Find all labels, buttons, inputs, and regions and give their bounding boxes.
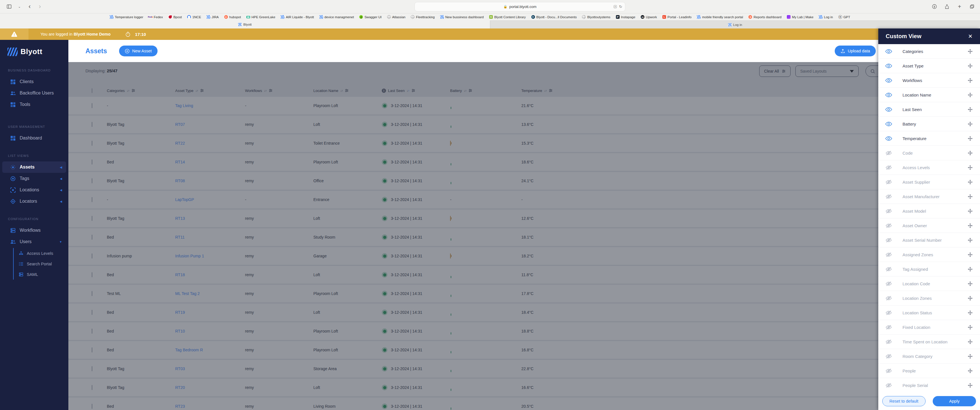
sidebar-item-locations[interactable]: Locations◀ [2,184,66,195]
column-filter-icon[interactable] [411,89,415,92]
bookmark-item[interactable]: HPE GreenLake [247,15,275,19]
move-handle-icon[interactable] [967,266,973,272]
apply-button[interactable]: Apply [933,396,976,406]
table-row[interactable]: Blyott TagRT20remyLoft3-12-2024 | 14:311… [68,379,980,396]
sidebar-item-locators[interactable]: Locators◀ [2,195,66,207]
row-checkbox[interactable] [92,235,92,240]
move-handle-icon[interactable] [967,252,973,257]
move-handle-icon[interactable] [967,78,973,83]
row-checkbox[interactable] [92,347,92,353]
move-handle-icon[interactable] [967,382,973,388]
tab-overview-icon[interactable] [969,4,975,10]
bookmark-item[interactable]: Bpost [169,15,182,19]
move-handle-icon[interactable] [967,121,973,127]
sidebar-subitem-access-levels[interactable]: Access Levels [14,248,68,259]
eye-off-icon[interactable] [885,309,892,316]
address-bar[interactable]: 🔒 portal.blyott.com A ↻ [415,2,625,11]
move-handle-icon[interactable] [967,135,973,141]
close-icon[interactable]: ✕ [968,33,973,40]
sort-icon[interactable]: ↓↑ [464,89,466,92]
eye-off-icon[interactable] [885,265,892,273]
move-handle-icon[interactable] [967,368,973,374]
table-row[interactable]: BedRT10remyPlayroom Loft3-12-2024 | 14:3… [68,322,980,340]
app-logo[interactable]: Blyott [0,40,68,56]
row-checkbox[interactable] [92,216,92,221]
bookmark-item[interactable]: DBlyott - Docu...ll Documents [531,15,577,19]
column-header-workflows[interactable]: Workflows↓↑ [245,89,313,93]
table-row[interactable]: BedRT14remyPlayroom Loft3-12-2024 | 14:3… [68,153,980,171]
eye-off-icon[interactable] [885,164,892,171]
reset-to-default-button[interactable]: Reset to default [882,396,926,406]
asset-type-link[interactable]: LapTopGP [175,197,194,202]
move-handle-icon[interactable] [967,281,973,287]
bookmark-item[interactable]: SBlyott Content Library [489,15,526,19]
asset-type-link[interactable]: RT08 [175,178,185,183]
sort-icon[interactable]: ↓↑ [544,89,547,92]
sidebar-item-tags[interactable]: Tags◀ [2,173,66,184]
bookmark-item[interactable]: IPInstapage [616,15,636,19]
clear-all-button[interactable]: Clear All [759,65,791,77]
table-row[interactable]: BedRT23remyLiving Room3-12-2024 | 14:312… [68,397,980,410]
translate-icon[interactable]: A [614,5,617,8]
sidebar-item-tools[interactable]: Tools [2,99,66,110]
table-row[interactable]: BedTag Bedroom RremyPlayroom Loft3-12-20… [68,341,980,359]
reload-icon[interactable]: ↻ [619,5,622,9]
eye-off-icon[interactable] [885,251,892,258]
browser-tab[interactable]: Log in [490,21,980,29]
asset-type-link[interactable]: RT10 [175,329,185,334]
row-checkbox[interactable] [92,122,92,127]
bookmark-item[interactable]: {}Swagger UI [359,15,382,19]
move-handle-icon[interactable] [967,63,973,69]
bookmark-item[interactable]: Log in [819,15,833,19]
column-filter-icon[interactable] [468,89,473,92]
eye-icon[interactable] [885,48,892,55]
sidebar-item-backoffice-users[interactable]: Backoffice Users [2,87,66,99]
sort-icon[interactable]: ↓↑ [264,89,267,92]
eye-icon[interactable] [885,77,892,84]
table-row[interactable]: -LapTopGP-Entrance3-12-2024 | 14:31-- [68,191,980,208]
bookmark-item[interactable]: device managmenet [319,15,354,19]
bookmark-item[interactable]: Reports dashboard [748,15,781,19]
asset-type-link[interactable]: RT11 [175,235,185,240]
sidebar-subitem-search-portal[interactable]: Search Portal [14,259,68,269]
move-handle-icon[interactable] [967,106,973,113]
move-handle-icon[interactable] [967,295,973,301]
move-handle-icon[interactable] [967,92,973,98]
table-row[interactable]: Blyott TagRT08remyOffice3-12-2024 | 14:3… [68,172,980,190]
eye-icon[interactable] [885,106,892,113]
bookmark-item[interactable]: Blyottoutystems [582,15,610,19]
table-row[interactable]: BedRT11remyStudy Room3-12-2024 | 14:3118… [68,228,980,246]
move-handle-icon[interactable] [967,194,973,200]
bookmark-item[interactable]: Temperature logger [110,15,143,19]
sort-icon[interactable]: ↓↑ [127,89,129,92]
eye-off-icon[interactable] [885,178,892,186]
asset-type-link[interactable]: RT03 [175,366,185,371]
table-row[interactable]: BedRT18remyLoft3-12-2024 | 14:3111.8°C [68,266,980,284]
asset-type-link[interactable]: Tag Living [175,103,193,108]
bookmark-item[interactable]: upUpwork [641,15,657,19]
eye-off-icon[interactable] [885,208,892,215]
eye-off-icon[interactable] [885,367,892,374]
sidebar-item-dashboard[interactable]: Dashboard [2,132,66,144]
eye-off-icon[interactable] [885,280,892,287]
table-row[interactable]: Blyott TagRT13remyLoft3-12-2024 | 14:311… [68,210,980,227]
sort-icon[interactable]: ↓↑ [196,89,198,92]
asset-type-link[interactable]: RT23 [175,404,185,408]
row-checkbox[interactable] [92,272,92,277]
asset-type-link[interactable]: RT07 [175,122,185,127]
column-header-asset-type[interactable]: Asset Type↓↑ [175,89,245,93]
new-tab-icon[interactable]: + [957,4,963,10]
column-header-location-name[interactable]: Location Name↓↑ [313,89,382,93]
move-handle-icon[interactable] [967,208,973,214]
column-filter-icon[interactable] [345,89,349,92]
asset-type-link[interactable]: RT13 [175,216,185,221]
row-checkbox[interactable] [92,366,92,371]
asset-type-link[interactable]: RT18 [175,272,185,277]
row-checkbox[interactable] [92,404,92,409]
bookmark-item[interactable]: LPortal - Leadinfo [662,15,691,19]
table-row[interactable]: Test MLML Test Tag 2remyPlayroom Loft3-1… [68,285,980,302]
row-checkbox[interactable] [92,141,92,146]
eye-off-icon[interactable] [885,353,892,360]
eye-off-icon[interactable] [885,237,892,244]
eye-off-icon[interactable] [885,295,892,302]
